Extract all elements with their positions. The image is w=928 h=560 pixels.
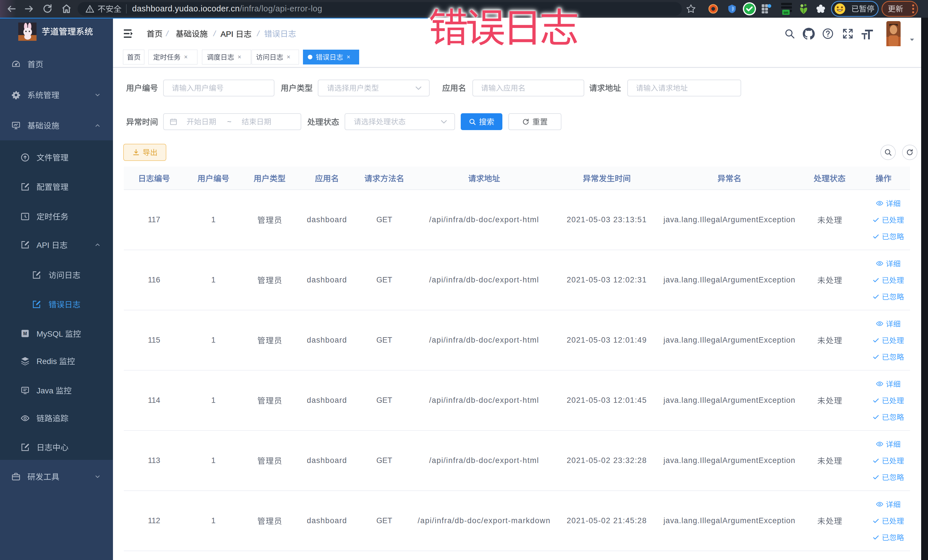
- svg-text:on: on: [784, 10, 788, 15]
- svg-text:M: M: [23, 331, 27, 336]
